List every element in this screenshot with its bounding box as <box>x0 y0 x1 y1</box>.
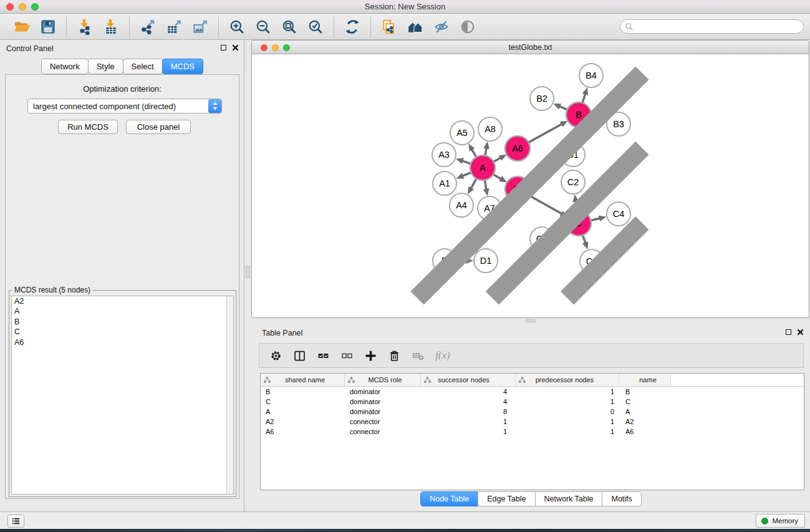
list-item[interactable]: B <box>12 317 233 327</box>
float-panel-icon[interactable] <box>221 45 226 51</box>
home-layout-button[interactable] <box>405 17 425 37</box>
export-network-button[interactable] <box>138 17 158 37</box>
table-panel-header: Table Panel <box>251 324 810 342</box>
column-header-mcds-role[interactable]: MCDS role <box>345 374 421 386</box>
column-type-icon <box>519 377 526 384</box>
table-row[interactable]: A dominator 8 0 A <box>261 407 804 417</box>
toolbar-separator <box>66 16 67 37</box>
search-box <box>620 19 804 34</box>
horizontal-splitter-handle[interactable] <box>526 319 536 322</box>
zoom-out-button[interactable] <box>253 17 273 37</box>
close-table-panel-icon[interactable] <box>797 329 804 336</box>
tab-edge-table[interactable]: Edge Table <box>478 491 535 506</box>
select-all-rows-button[interactable] <box>317 349 330 362</box>
chevron-up-down-icon <box>212 101 218 111</box>
zoom-selected-icon <box>307 19 324 35</box>
eye-slash-icon <box>433 19 450 35</box>
table-row[interactable]: C dominator 4 1 C <box>261 397 804 407</box>
eye-icon <box>460 19 476 35</box>
gear-icon <box>269 349 282 362</box>
export-table-button[interactable] <box>164 17 184 37</box>
tab-select[interactable]: Select <box>123 59 163 74</box>
export-image-icon <box>192 19 208 35</box>
network-canvas[interactable]: AA6A2BCA5A8A3A1A4A7B2B4B3B1C2C4C1C3DD1 <box>252 55 809 317</box>
list-item[interactable]: A2 <box>12 296 233 306</box>
scrollbar-track[interactable] <box>226 296 233 494</box>
tab-node-table[interactable]: Node Table <box>420 491 478 506</box>
memory-button[interactable]: Memory <box>756 514 805 528</box>
vertical-splitter-handle[interactable] <box>246 266 250 278</box>
import-table-button[interactable] <box>101 17 121 37</box>
mcds-result-list: A2 A B C A6 <box>11 296 234 495</box>
table-settings-button[interactable] <box>269 349 282 362</box>
delete-column-button[interactable] <box>388 349 401 362</box>
resize-grip-icon[interactable] <box>251 54 808 317</box>
tab-motifs[interactable]: Motifs <box>602 491 641 506</box>
table-toolbar: f(x) <box>259 343 804 368</box>
delete-table-button[interactable] <box>412 349 425 362</box>
desktop-background <box>0 529 810 532</box>
column-header-name[interactable]: name <box>619 374 671 386</box>
log-console-button[interactable] <box>7 515 24 528</box>
close-panel-button[interactable]: Close panel <box>126 120 191 134</box>
show-graphics-details-button[interactable] <box>458 17 478 37</box>
main-area: Control Panel Network Style Select MCDS … <box>0 40 810 511</box>
table-row[interactable]: B dominator 4 1 B <box>261 387 804 397</box>
table-row[interactable]: A2 connector 1 1 A2 <box>261 417 804 427</box>
application-window: Session: New Session <box>0 0 810 532</box>
delete-table-icon <box>412 349 425 362</box>
network-window-titlebar[interactable]: testGlobe.txt <box>252 41 809 54</box>
table-header-row: shared name MCDS role successor nodes pr… <box>261 374 804 387</box>
title-bar: Session: New Session <box>0 0 810 14</box>
zoom-fit-button[interactable] <box>279 17 299 37</box>
list-item[interactable]: A <box>12 306 233 316</box>
plus-icon <box>364 349 377 362</box>
zoom-fit-icon <box>281 19 297 35</box>
import-network-button[interactable] <box>75 17 95 37</box>
close-panel-icon[interactable] <box>232 44 239 51</box>
column-header-predecessor-nodes[interactable]: predecessor nodes <box>516 374 619 386</box>
criterion-select[interactable]: largest connected component (directed) <box>27 99 222 114</box>
export-network-icon <box>140 19 156 35</box>
tab-style[interactable]: Style <box>88 59 123 74</box>
column-header-shared-name[interactable]: shared name <box>261 374 345 386</box>
deselect-all-rows-button[interactable] <box>340 349 354 362</box>
table-panel: Table Panel <box>251 324 810 511</box>
search-input[interactable] <box>634 20 803 33</box>
save-floppy-icon <box>40 19 56 35</box>
window-title: Session: New Session <box>0 2 810 11</box>
memory-status-icon <box>761 518 768 525</box>
import-network-icon <box>77 19 93 35</box>
table-row[interactable]: A6 connector 1 1 A6 <box>261 427 804 437</box>
duplicate-network-icon <box>381 19 397 35</box>
open-session-button[interactable] <box>12 17 32 37</box>
zoom-selected-button[interactable] <box>306 17 325 37</box>
save-session-button[interactable] <box>38 17 58 37</box>
table-panel-title: Table Panel <box>262 329 302 337</box>
tab-network-table[interactable]: Network Table <box>535 491 603 506</box>
run-mcds-button[interactable]: Run MCDS <box>58 120 118 134</box>
tab-network[interactable]: Network <box>41 59 89 74</box>
duplicate-network-button[interactable] <box>379 17 399 37</box>
toolbar-separator <box>334 16 334 37</box>
create-column-button[interactable] <box>364 349 377 362</box>
list-item[interactable]: A6 <box>12 337 233 347</box>
toolbar-separator <box>218 16 219 37</box>
criterion-selected-value: largest connected component (directed) <box>28 102 208 111</box>
tab-mcds[interactable]: MCDS <box>162 59 203 74</box>
export-table-icon <box>166 19 182 35</box>
column-header-successor-nodes[interactable]: successor nodes <box>421 374 516 386</box>
float-table-panel-icon[interactable] <box>786 329 791 335</box>
control-panel: Control Panel Network Style Select MCDS … <box>0 40 244 511</box>
hide-graphics-details-button[interactable] <box>432 17 451 37</box>
export-image-button[interactable] <box>190 17 210 37</box>
function-builder-button[interactable]: f(x) <box>435 349 450 362</box>
show-columns-button[interactable] <box>293 349 306 362</box>
trash-icon <box>388 349 401 362</box>
zoom-in-button[interactable] <box>227 17 247 37</box>
list-item[interactable]: C <box>12 327 233 337</box>
refresh-button[interactable] <box>342 17 362 37</box>
memory-label: Memory <box>772 517 798 525</box>
combo-stepper[interactable] <box>208 99 221 113</box>
deselect-all-icon <box>340 349 354 362</box>
